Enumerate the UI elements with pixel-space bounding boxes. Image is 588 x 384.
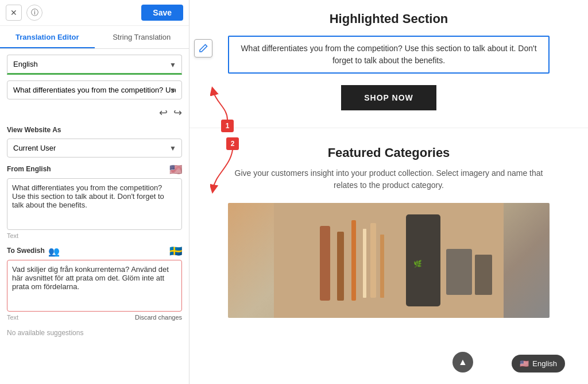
english-flag: 🇺🇸 [169,163,182,176]
string-select[interactable]: What differentiates you from the competi… [7,80,182,99]
no-suggestions-text: No available suggestions [7,327,182,339]
string-select-wrapper: What differentiates you from the competi… [7,80,182,99]
view-as-label: View Website As [7,126,182,134]
svg-rect-2 [337,232,344,301]
english-badge-flag: 🇺🇸 [520,359,529,368]
swedish-flag: 🇸🇪 [169,245,182,258]
top-bar: ✕ ⓘ Save [0,0,189,26]
featured-description: Give your customers insight into your pr… [228,167,550,191]
svg-rect-7 [406,214,440,306]
redo-button[interactable]: ↪ [173,106,182,119]
from-english-header: From English 🇺🇸 [7,163,182,176]
highlighted-description: What differentiates you from the competi… [228,36,550,74]
annotation-badge-2: 2 [226,137,239,150]
from-english-section: From English 🇺🇸 What differentiates you … [7,163,182,239]
highlighted-title: Highlighted Section [207,11,571,26]
undo-redo-bar: ↩ ↪ [7,105,182,120]
language-select-wrapper: English ▼ [7,55,182,75]
to-swedish-section: To Swedish 👥 🇸🇪 Vad skiljer dig från kon… [7,245,182,321]
to-swedish-field-type: Text [7,314,18,321]
svg-text:🌿: 🌿 [413,259,422,268]
info-button[interactable]: ⓘ [26,5,42,21]
featured-title: Featured Categories [207,145,571,160]
language-select[interactable]: English [7,55,182,75]
undo-button[interactable]: ↩ [159,106,168,119]
scroll-up-button[interactable]: ▲ [452,352,473,373]
from-english-field-type: Text [7,232,182,239]
to-swedish-label: To Swedish [7,247,45,255]
left-panel: ✕ ⓘ Save Translation Editor String Trans… [0,0,189,384]
edit-pencil-button[interactable] [194,39,212,57]
english-badge[interactable]: 🇺🇸 English [512,355,565,373]
tab-string-translation[interactable]: String Translation [95,26,189,48]
add-users-icon: 👥 [48,246,60,257]
from-english-label: From English [7,165,51,173]
to-swedish-header: To Swedish 👥 🇸🇪 [7,245,182,258]
svg-rect-9 [446,249,472,295]
featured-image-svg: 🌿 [274,203,504,318]
panel-content: English ▼ What differentiates you from t… [0,49,189,345]
tabs-container: Translation Editor String Translation [0,26,189,49]
from-english-textarea[interactable]: What differentiates you from the competi… [7,178,182,230]
annotation-badge-1: 1 [221,120,234,132]
featured-image: 🌿 [228,203,550,318]
discard-changes-link[interactable]: Discard changes [135,314,182,321]
shop-now-button[interactable]: SHOP NOW [341,85,436,110]
svg-rect-6 [380,235,384,298]
svg-rect-3 [351,220,356,301]
right-panel: Highlighted Section What differentiates … [189,0,588,384]
svg-rect-4 [363,229,366,298]
view-website-as-section: View Website As Current User Admin Guest… [7,126,182,158]
tab-translation-editor[interactable]: Translation Editor [0,26,95,48]
to-section-footer: Text Discard changes [7,314,182,321]
svg-rect-10 [475,255,492,295]
english-badge-label: English [532,359,557,368]
annotation-2-group: 2 [210,137,256,195]
featured-section: Featured Categories Give your customers … [189,128,588,329]
pencil-icon [199,44,208,53]
annotation-1-group: 1 [210,85,245,138]
view-as-select[interactable]: Current User Admin Guest [7,139,182,158]
svg-rect-1 [320,226,330,301]
close-button[interactable]: ✕ [6,5,22,21]
to-swedish-textarea[interactable]: Vad skiljer dig från konkurrenterna? Anv… [7,260,182,312]
view-as-select-wrapper: Current User Admin Guest ▼ [7,139,182,158]
svg-rect-5 [370,223,376,298]
save-button[interactable]: Save [141,5,183,21]
highlighted-section: Highlighted Section What differentiates … [189,0,588,128]
